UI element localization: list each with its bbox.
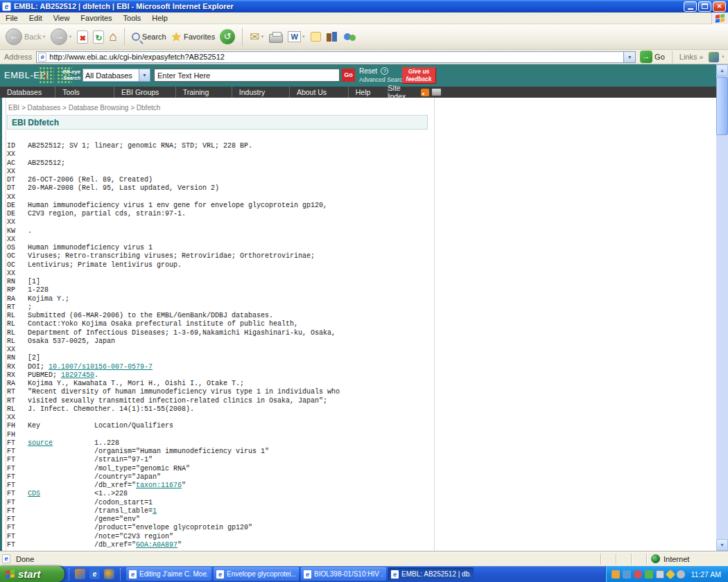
browser-extension-icon[interactable] [709, 52, 719, 62]
menu-item-help[interactable]: Help [146, 12, 173, 24]
forward-dropdown-icon[interactable]: ▼ [68, 35, 72, 39]
nav-item-ebi-groups[interactable]: EBI Groups [114, 87, 176, 98]
ie-window-icon: e [2, 2, 11, 11]
scroll-down-button[interactable]: ▼ [716, 539, 728, 551]
menu-item-view[interactable]: View [48, 12, 76, 24]
record-link-goa-a0a897[interactable]: GOA:A0A897 [136, 541, 177, 549]
links-label[interactable]: Links [679, 53, 697, 61]
favorites-star-icon: ★ [171, 30, 182, 44]
mail-dropdown-icon[interactable]: ▼ [260, 35, 264, 39]
maximize-button[interactable] [698, 1, 711, 12]
taskbar-button-embl-ab252512-db[interactable]: eEMBL: AB252512 | db... [388, 567, 474, 581]
refresh-button[interactable]: ↻ [93, 30, 104, 44]
database-select[interactable]: All Databases ▼ [83, 69, 150, 82]
menu-item-tools[interactable]: Tools [118, 12, 147, 24]
taskbar-button-envelope-glycoprotei[interactable]: eEnvelope glycoprotei... [214, 567, 299, 581]
nav-item-industry[interactable]: Industry [232, 87, 290, 98]
menu-item-file[interactable]: File [0, 12, 24, 24]
address-label: Address [4, 53, 32, 61]
vertical-scrollbar[interactable]: ▲ ▼ [716, 64, 728, 551]
tray-icon-folder[interactable] [612, 570, 620, 579]
quick-launch-media-player-icon[interactable] [104, 569, 114, 579]
nav-item-about-us[interactable]: About Us [290, 87, 349, 98]
system-tray: 11:27 AM [605, 566, 728, 582]
start-label: start [18, 568, 41, 580]
status-pane [600, 554, 616, 565]
status-bar: e Done Internet [0, 551, 728, 566]
select-dropdown-icon[interactable]: ▼ [139, 69, 150, 81]
back-dropdown-icon[interactable]: ▼ [42, 35, 46, 39]
advanced-search-link[interactable]: Advanced Search [359, 76, 406, 83]
record-link-taxon-11676[interactable]: taxon:11676 [136, 482, 182, 489]
menu-item-favorites[interactable]: Favorites [75, 12, 117, 24]
tray-icon-clock[interactable] [677, 570, 685, 579]
address-go-button[interactable]: → Go [640, 51, 665, 63]
nav-item-help[interactable]: Help [349, 87, 388, 98]
address-url-text[interactable]: http://www.ebi.ac.uk/cgi-bin/expasyfetch… [49, 53, 623, 61]
stop-button[interactable]: ✖ [77, 30, 88, 44]
nav-item-tools[interactable]: Tools [55, 87, 114, 98]
mail-icon: ✉ [250, 30, 259, 44]
record-link-10-1007-s10156-007-0579-7[interactable]: 10.1007/s10156-007-0579-7 [49, 363, 153, 371]
search-button[interactable]: Search [132, 33, 166, 41]
content-right-border [434, 98, 435, 551]
research-button[interactable] [326, 31, 338, 42]
ebi-header: EMBL-EBI EB-eye Search All Databases ▼ G… [0, 64, 716, 87]
scroll-up-button[interactable]: ▲ [716, 64, 728, 76]
reset-button[interactable]: Reset [359, 67, 377, 75]
print-page-icon[interactable] [432, 89, 441, 96]
taskbar-button-editing-j-aime-c-moe[interactable]: eEditing J'aime C. Moe... [126, 567, 211, 581]
mail-button[interactable]: ✉ ▼ [250, 30, 264, 44]
record-link-cds[interactable]: CDS [28, 490, 40, 497]
start-button[interactable]: start [0, 566, 64, 582]
help-question-icon[interactable]: ? [381, 67, 388, 75]
discuss-button[interactable] [311, 32, 321, 42]
tray-icon-shield[interactable] [645, 570, 653, 579]
tray-icon-display[interactable] [656, 570, 664, 579]
word-icon: W [288, 31, 300, 42]
links-chevron-icon[interactable]: » [699, 53, 703, 61]
tray-icon-security-alert[interactable] [634, 570, 642, 579]
breadcrumb[interactable]: EBI > Databases > Database Browsing > Db… [8, 104, 160, 112]
home-button[interactable]: ⌂ [109, 29, 116, 44]
history-button[interactable]: ↺ [220, 29, 235, 44]
nav-item-training[interactable]: Training [176, 87, 232, 98]
address-input[interactable]: e http://www.ebi.ac.uk/cgi-bin/expasyfet… [36, 51, 636, 63]
ie-task-icon: e [216, 570, 224, 579]
record-link-1[interactable]: 1 [153, 507, 157, 515]
quick-launch-browser-icon[interactable] [75, 569, 85, 579]
minimize-button[interactable] [684, 1, 697, 12]
scrollbar-thumb[interactable] [716, 77, 728, 135]
toolbar-separator [242, 28, 243, 46]
messenger-button[interactable] [343, 31, 357, 42]
feedback-button[interactable]: Give us feedback [402, 67, 435, 83]
ebi-go-button[interactable]: Go [342, 69, 355, 82]
favorites-button[interactable]: ★ Favorites [171, 30, 216, 44]
taskbar-clock[interactable]: 11:27 AM [691, 570, 721, 579]
back-button[interactable]: ← Back ▼ [6, 28, 46, 45]
forward-button[interactable]: → ▼ [51, 28, 72, 45]
menu-item-edit[interactable]: Edit [24, 12, 48, 24]
rss-icon[interactable] [421, 89, 429, 96]
record-link-18297450[interactable]: 18297450 [61, 371, 94, 379]
task-label: Editing J'aime C. Moe... [139, 570, 209, 578]
record-link-source[interactable]: source [28, 439, 53, 447]
page-title-box: EBI Dbfetch [7, 115, 428, 130]
ie-window: e EMBL: AB252512 | dbfetch | EBI - Micro… [0, 0, 728, 582]
taskbar-button-biol398-01-s10-hiv[interactable]: eBIOL398-01/S10:HIV ... [301, 567, 386, 581]
ebi-search-input[interactable] [154, 69, 340, 82]
address-dropdown-button[interactable]: ▼ [623, 52, 635, 62]
tray-icon-network[interactable] [623, 570, 631, 579]
refresh-icon: ↻ [95, 33, 102, 43]
go-label: Go [655, 53, 665, 61]
tray-icon-office[interactable] [666, 569, 675, 579]
print-button[interactable] [269, 34, 283, 43]
quick-launch-ie-icon[interactable]: e [89, 569, 100, 579]
close-button[interactable]: ✕ [713, 1, 726, 12]
word-dropdown-icon[interactable]: ▼ [302, 35, 306, 39]
extension-dropdown-icon[interactable]: ▼ [721, 55, 725, 59]
favorites-label: Favorites [184, 33, 215, 41]
internet-zone-icon [651, 554, 660, 563]
edit-with-word-button[interactable]: W ▼ [288, 31, 305, 42]
nav-item-databases[interactable]: Databases [0, 87, 55, 98]
